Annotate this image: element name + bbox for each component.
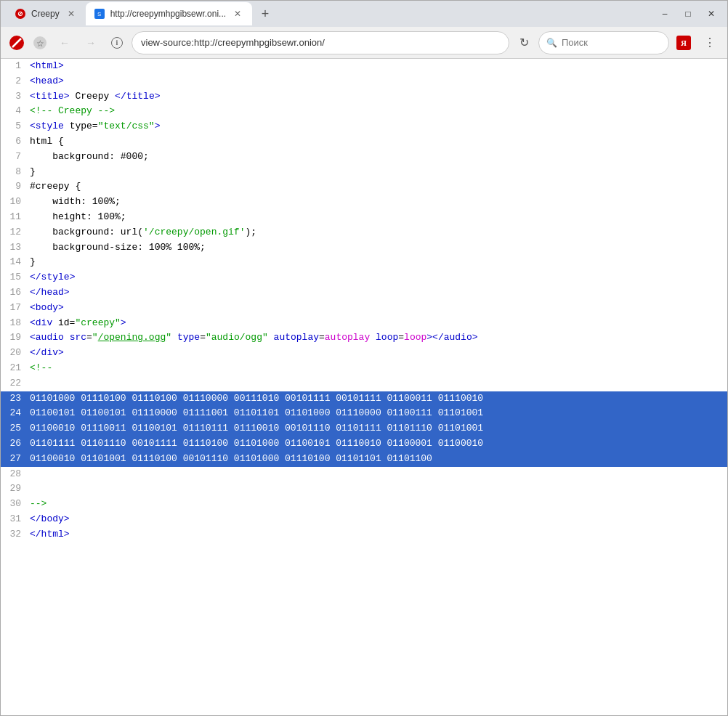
line-number: 32 [1, 527, 27, 542]
line-content: <!-- Creepy --> [27, 104, 727, 119]
source-line-29: 29 [1, 481, 727, 497]
source-line-22: 22 [1, 376, 727, 391]
line-number: 11 [1, 210, 27, 225]
source-line-11: 11 height: 100%; [1, 210, 727, 225]
source-line-26: 2601101111 01101110 00101111 01110100 01… [1, 436, 727, 452]
line-content: background-size: 100% 100%; [27, 240, 727, 256]
source-line-31: 31</body> [1, 512, 727, 527]
line-content: <style type="text/css"> [27, 119, 727, 134]
minimize-button[interactable]: – [655, 4, 675, 24]
tab-favicon-active: S [94, 9, 105, 19]
line-number: 18 [1, 316, 27, 331]
refresh-button[interactable]: ↻ [512, 31, 535, 54]
line-number: 20 [1, 346, 27, 361]
line-number: 1 [1, 59, 27, 74]
line-content: background: #000; [27, 150, 727, 165]
line-number: 29 [1, 481, 27, 497]
new-tab-button[interactable]: + [255, 4, 275, 24]
source-line-6: 6html { [1, 134, 727, 150]
line-number: 28 [1, 467, 27, 482]
line-number: 16 [1, 285, 27, 301]
source-line-18: 18<div id="creepy"> [1, 316, 727, 331]
line-content: <html> [27, 59, 727, 74]
source-line-7: 7 background: #000; [1, 150, 727, 165]
line-number: 12 [1, 225, 27, 240]
yandex-icon[interactable]: Я [672, 31, 695, 54]
line-content: <title> Creepy </title> [27, 89, 727, 105]
line-content: 01100101 01100101 01110000 01111001 0110… [27, 406, 727, 421]
content-area: 1<html>2<head>3<title> Creepy </title>4<… [1, 59, 727, 715]
line-number: 13 [1, 240, 27, 256]
line-number: 30 [1, 497, 27, 512]
nav-bar: ☆ ← → i view-source:http://creepymhpgibs… [1, 27, 727, 59]
source-line-21: 21<!-- [1, 361, 727, 376]
source-line-16: 16</head> [1, 285, 727, 301]
line-number: 14 [1, 255, 27, 270]
source-line-19: 19<audio src="/opening.ogg" type="audio/… [1, 330, 727, 346]
line-number: 22 [1, 376, 27, 391]
source-line-25: 2501100010 01110011 01100101 01110111 01… [1, 421, 727, 436]
search-input[interactable] [562, 37, 642, 48]
source-line-32: 32</html> [1, 527, 727, 542]
line-number: 4 [1, 104, 27, 119]
line-number: 5 [1, 119, 27, 134]
title-bar: ⊘ Creepy ✕ S http://creepymhpgibsewr.oni… [1, 1, 727, 27]
back-button[interactable]: ← [53, 31, 76, 54]
maximize-button[interactable]: □ [678, 4, 698, 24]
tab-inactive-creepy[interactable]: ⊘ Creepy ✕ [7, 2, 86, 25]
line-content: </head> [27, 285, 727, 301]
search-bar[interactable]: 🔍 [538, 31, 669, 54]
source-line-9: 9#creepy { [1, 179, 727, 195]
line-content: #creepy { [27, 179, 727, 195]
info-button[interactable]: i [105, 31, 129, 54]
close-button[interactable]: ✕ [701, 4, 721, 24]
line-content: --> [27, 497, 727, 512]
source-line-13: 13 background-size: 100% 100%; [1, 240, 727, 256]
line-number: 3 [1, 89, 27, 105]
line-content: height: 100%; [27, 210, 727, 225]
line-content: </div> [27, 346, 727, 361]
line-number: 10 [1, 195, 27, 210]
url-bar[interactable]: view-source:http://creepymhpgibsewr.onio… [132, 31, 509, 54]
line-number: 27 [1, 452, 27, 467]
line-number: 8 [1, 165, 27, 180]
source-line-10: 10 width: 100%; [1, 195, 727, 210]
line-content: html { [27, 134, 727, 150]
extension-icon[interactable]: ☆ [30, 33, 50, 53]
line-content: } [27, 165, 727, 180]
line-number: 31 [1, 512, 27, 527]
source-line-17: 17<body> [1, 301, 727, 316]
forward-button[interactable]: → [79, 31, 102, 54]
line-number: 24 [1, 406, 27, 421]
line-number: 21 [1, 361, 27, 376]
source-line-28: 28 [1, 467, 727, 482]
source-line-4: 4<!-- Creepy --> [1, 104, 727, 119]
line-number: 25 [1, 421, 27, 436]
menu-button[interactable]: ⋮ [698, 31, 721, 54]
line-number: 7 [1, 150, 27, 165]
source-line-30: 30--> [1, 497, 727, 512]
line-content: <body> [27, 301, 727, 316]
source-line-8: 8} [1, 165, 727, 180]
url-text: view-source:http://creepymhpgibsewr.onio… [141, 37, 500, 48]
line-content: background: url('/creepy/open.gif'); [27, 225, 727, 240]
line-content: <!-- [27, 361, 727, 376]
line-content: <audio src="/opening.ogg" type="audio/og… [27, 330, 727, 346]
source-line-24: 2401100101 01100101 01110000 01111001 01… [1, 406, 727, 421]
line-number: 23 [1, 391, 27, 407]
tab-active[interactable]: S http://creepymhpgibsewr.oni... ✕ [86, 2, 252, 25]
security-icon [7, 33, 27, 53]
source-line-15: 15</style> [1, 270, 727, 285]
source-line-27: 2701100010 01101001 01110100 00101110 01… [1, 452, 727, 467]
source-line-20: 20</div> [1, 346, 727, 361]
tab-inactive-close[interactable]: ✕ [65, 8, 77, 20]
line-content: <div id="creepy"> [27, 316, 727, 331]
line-content: </html> [27, 527, 727, 542]
source-code: 1<html>2<head>3<title> Creepy </title>4<… [1, 59, 727, 542]
line-content: </body> [27, 512, 727, 527]
window-controls: – □ ✕ [655, 4, 721, 24]
line-content: </style> [27, 270, 727, 285]
line-number: 19 [1, 330, 27, 346]
tab-active-close[interactable]: ✕ [232, 8, 243, 20]
tab-active-label: http://creepymhpgibsewr.oni... [110, 9, 226, 19]
